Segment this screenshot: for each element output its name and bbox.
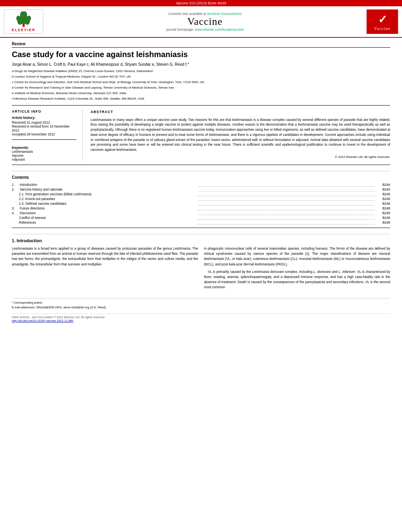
item-dots-1: [198, 183, 375, 187]
item-page-2-3: B246: [376, 202, 390, 206]
item-label-2-1: 2.1. First generation vaccines (killed L…: [19, 192, 196, 196]
intro-heading: 1. Introduction: [12, 238, 390, 243]
item-dots-references: [198, 221, 375, 224]
contents-item-2-3: 2.3. Defined vaccine candidates B246: [12, 202, 390, 206]
contents-item-conflict: Conflict of interest B248: [12, 216, 390, 220]
doi-link[interactable]: http://dx.doi.org/10.1016/j.vaccine.2012…: [12, 319, 390, 323]
journal-header: ELSEVIER Contents lists available at Sci…: [0, 6, 402, 38]
article-body: Review Case study for a vaccine against …: [0, 38, 402, 326]
item-label-references: References: [19, 221, 196, 224]
journal-title: Vaccine: [187, 16, 222, 28]
info-divider: [12, 139, 76, 140]
svg-point-4: [16, 16, 20, 21]
banner-text: Vaccine 31S (2013) B244–B249: [176, 1, 226, 5]
elsevier-logo: ELSEVIER: [4, 9, 43, 34]
contents-list: 1. Introduction B244 2. Vaccine history …: [12, 183, 390, 224]
item-label-1: Introduction: [20, 183, 196, 187]
vaccine-v-symbol: ✓: [378, 13, 387, 26]
abstract-heading: Abstract: [91, 109, 390, 115]
intro-col1-text: Leishmaniasis is a broad term applied to…: [12, 246, 198, 267]
contents-heading: Contents: [12, 175, 390, 180]
item-label-2: Vaccine history and rationale: [20, 187, 196, 191]
intro-col2: in phagocytic mononuclear cells of sever…: [204, 246, 390, 292]
item-page-1: B244: [376, 183, 390, 187]
email-addresses: E-mail addresses: SReed@IDRI.ORG, steve.…: [12, 305, 390, 310]
journal-center: Contents lists available at SciVerse Sci…: [47, 9, 363, 34]
article-history: Article history: Received 31 August 2012…: [12, 116, 76, 136]
contents-divider: [12, 228, 390, 228]
item-label-conflict: Conflict of interest: [19, 216, 196, 220]
doi-text: http://dx.doi.org/10.1016/j.vaccine.2012…: [12, 319, 73, 323]
item-dots-conflict: [198, 216, 375, 220]
affiliation-a: a Drugs for Neglected Disease initiative…: [12, 69, 390, 74]
copyright: © 2012 Elsevier Ltd. All rights reserved…: [91, 155, 390, 159]
accepted-date: Accepted 28 November 2012: [12, 132, 55, 136]
item-num-1: 1.: [12, 183, 20, 187]
journal-banner: Vaccine 31S (2013) B244–B249: [0, 0, 402, 6]
bottom-bar: 0264-410X/$ – see front matter © 2012 El…: [12, 313, 390, 323]
intro-col2-para1: in phagocytic mononuclear cells of sever…: [204, 246, 390, 267]
item-page-2: B245: [376, 187, 390, 191]
item-num-2: 2.: [12, 187, 20, 191]
intro-col1: Leishmaniasis is a broad term applied to…: [12, 246, 198, 292]
item-label-3: Future directions: [20, 206, 196, 210]
affiliation-e: e Institute of Medical Sciences, Banaras…: [12, 91, 390, 96]
affiliation-c: c Centre for Immunology and Infection, H…: [12, 80, 390, 85]
item-dots-2: [198, 187, 375, 191]
contents-item-2-1: 2.1. First generation vaccines (killed L…: [12, 192, 390, 196]
header-divider: [12, 105, 390, 106]
item-num-4: 4.: [12, 211, 20, 215]
authors: Jorge Alvar a, Simon L. Croft b, Paul Ka…: [12, 62, 390, 67]
homepage-link[interactable]: www.elsevier.com/locate/vaccine: [195, 28, 244, 32]
contents-item-2-2: 2.2. Knock-out parasites B246: [12, 197, 390, 201]
elsevier-tree-icon: [12, 11, 35, 27]
item-page-2-1: B245: [376, 192, 390, 196]
contents-section: Contents 1. Introduction B244 2. Vaccine…: [12, 171, 390, 224]
affiliations: a Drugs for Neglected Disease initiative…: [12, 69, 390, 101]
keywords-section: Keywords: Leishmaniasis Vaccine Adjuvant: [12, 146, 76, 161]
contents-item-2: 2. Vaccine history and rationale B245: [12, 187, 390, 191]
history-label: Article history:: [12, 116, 76, 120]
keyword-3: Adjuvant: [12, 158, 76, 161]
svg-point-5: [27, 16, 31, 21]
intro-text: Leishmaniasis is a broad term applied to…: [12, 246, 390, 292]
contents-item-1: 1. Introduction B244: [12, 183, 390, 187]
affiliation-b: b London School of Hygiene & Tropical Me…: [12, 74, 390, 79]
item-label-4: Discussion: [20, 211, 196, 215]
vaccine-logo-label: Vaccine: [374, 26, 391, 31]
abstract-divider: [12, 165, 390, 165]
received-date: Received 31 August 2012: [12, 120, 50, 124]
item-page-4: B248: [376, 211, 390, 215]
intro-col2-para2: VL is primarily caused by the Leishmania…: [204, 269, 390, 290]
item-dots-4: [198, 211, 375, 215]
elsevier-name: ELSEVIER: [12, 28, 36, 32]
info-abstract-section: Article info Article history: Received 3…: [12, 109, 390, 161]
item-page-references: B248: [376, 221, 390, 224]
keyword-2: Vaccine: [12, 154, 76, 158]
article-info-heading: Article info: [12, 109, 76, 113]
item-label-2-3: 2.3. Defined vaccine candidates: [19, 202, 196, 206]
footnote-section: * Corresponding author. E-mail addresses…: [12, 298, 390, 310]
keyword-1: Leishmaniasis: [12, 150, 76, 154]
item-dots-2-1: [198, 192, 375, 196]
authors-text: Jorge Alvar a, Simon L. Croft b, Paul Ka…: [12, 62, 189, 67]
contents-item-4: 4. Discussion B248: [12, 211, 390, 215]
article-title: Case study for a vaccine against leishma…: [12, 50, 390, 59]
item-dots-3: [198, 206, 375, 210]
sciverse-text: Contents lists available at SciVerse Sci…: [168, 12, 242, 16]
journal-homepage: journal homepage: www.elsevier.com/locat…: [166, 28, 244, 32]
item-page-3: B248: [376, 206, 390, 210]
affiliation-d: d Center for Research and Training in Sk…: [12, 85, 390, 90]
license-text: 0264-410X/$ – see front matter © 2012 El…: [12, 315, 390, 319]
article-type: Review: [12, 42, 390, 48]
vaccine-logo-box: ✓ Vaccine: [367, 9, 398, 34]
contents-item-3: 3. Future directions B248: [12, 206, 390, 210]
item-label-2-2: 2.2. Knock-out parasites: [19, 197, 196, 201]
article-info-panel: Article info Article history: Received 3…: [12, 109, 83, 161]
item-page-2-2: B246: [376, 197, 390, 201]
item-page-conflict: B248: [376, 216, 390, 220]
abstract-panel: Abstract Leishmaniasis in many ways offe…: [91, 109, 390, 161]
keywords-heading: Keywords:: [12, 146, 29, 150]
contents-item-references: References B248: [12, 221, 390, 224]
item-dots-2-2: [198, 197, 375, 201]
